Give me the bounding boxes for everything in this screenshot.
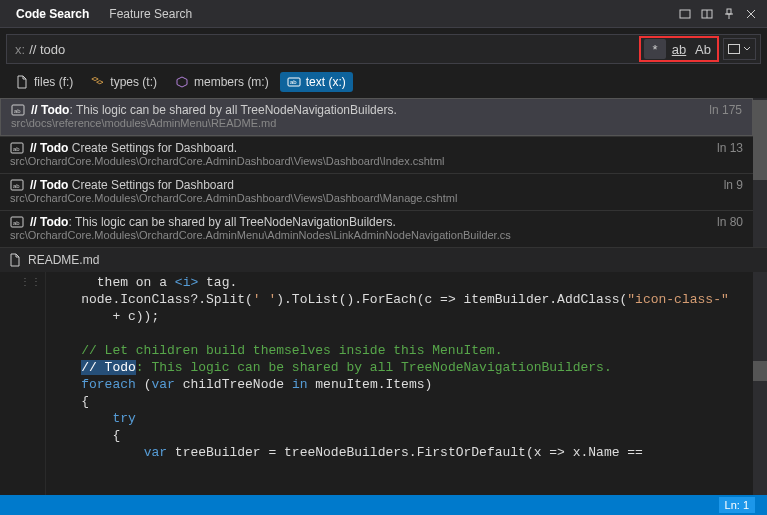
filter-text[interactable]: ab text (x:) — [280, 72, 353, 92]
result-line: ln 175 — [709, 103, 742, 117]
result-item[interactable]: ab// Todo: This logic can be shared by a… — [0, 210, 753, 247]
result-item[interactable]: ab// Todo Create Settings for Dashboards… — [0, 173, 753, 210]
code-gutter: ⋮⋮ — [0, 272, 46, 495]
result-path: src\OrchardCore.Modules\OrchardCore.Admi… — [10, 192, 724, 204]
search-prefix: x: — [15, 42, 25, 57]
members-icon — [175, 75, 189, 89]
filter-types-label: types (t:) — [110, 75, 157, 89]
result-path: src\OrchardCore.Modules\OrchardCore.Admi… — [10, 155, 717, 167]
view-dropdown[interactable] — [723, 38, 756, 60]
text-icon: ab — [10, 216, 24, 228]
text-icon: ab — [10, 179, 24, 191]
result-line: ln 9 — [724, 178, 743, 192]
svg-text:ab: ab — [290, 79, 297, 85]
result-title-rest: : This logic can be shared by all TreeNo… — [68, 215, 395, 229]
preview-header: README.md — [0, 247, 767, 272]
result-path: src\OrchardCore.Modules\OrchardCore.Admi… — [10, 229, 717, 241]
result-title-rest: Create Settings for Dashboard — [68, 178, 233, 192]
pin-icon[interactable] — [719, 4, 739, 24]
result-title-bold: // Todo — [30, 215, 68, 229]
close-icon[interactable] — [741, 4, 761, 24]
result-title-rest: : This logic can be shared by all TreeNo… — [69, 103, 396, 117]
text-icon: ab — [11, 104, 25, 116]
cursor-position[interactable]: Ln: 1 — [719, 497, 755, 513]
preview-filename: README.md — [28, 253, 99, 267]
whole-word-toggle[interactable]: ab — [668, 39, 690, 59]
tab-code-search[interactable]: Code Search — [6, 1, 99, 27]
results-scrollbar[interactable] — [753, 98, 767, 247]
filter-files[interactable]: files (f:) — [8, 72, 80, 92]
window-layout-icon[interactable] — [675, 4, 695, 24]
scrollbar-thumb[interactable] — [753, 100, 767, 180]
file-icon — [8, 253, 22, 267]
result-title-bold: // Todo — [31, 103, 69, 117]
filter-text-label: text (x:) — [306, 75, 346, 89]
title-bar: Code Search Feature Search — [0, 0, 767, 28]
search-options-highlight: * ab Ab — [639, 36, 719, 62]
results-list: ab// Todo: This logic can be shared by a… — [0, 98, 753, 247]
svg-rect-0 — [680, 10, 690, 18]
types-icon — [91, 75, 105, 89]
result-title-rest: Create Settings for Dashboard. — [68, 141, 237, 155]
filter-files-label: files (f:) — [34, 75, 73, 89]
file-icon — [15, 75, 29, 89]
search-bar: x: // todo * ab Ab — [6, 34, 761, 64]
code-content[interactable]: them on a <i> tag. node.IconClass?.Split… — [46, 272, 753, 495]
code-scrollbar-thumb[interactable] — [753, 361, 767, 381]
result-title-bold: // Todo — [30, 141, 68, 155]
text-icon: ab — [10, 142, 24, 154]
filter-tabs: files (f:) types (t:) members (m:) ab te… — [0, 68, 767, 98]
filter-members[interactable]: members (m:) — [168, 72, 276, 92]
result-line: ln 80 — [717, 215, 743, 229]
svg-text:ab: ab — [13, 220, 20, 226]
code-preview: ⋮⋮ them on a <i> tag. node.IconClass?.Sp… — [0, 272, 767, 495]
match-case-toggle[interactable]: Ab — [692, 39, 714, 59]
svg-rect-5 — [727, 9, 731, 14]
result-line: ln 13 — [717, 141, 743, 155]
search-input[interactable]: x: // todo — [7, 38, 639, 61]
chevron-down-icon — [743, 45, 751, 53]
filter-members-label: members (m:) — [194, 75, 269, 89]
regex-toggle[interactable]: * — [644, 39, 666, 59]
result-item[interactable]: ab// Todo: This logic can be shared by a… — [0, 98, 753, 136]
status-bar: Ln: 1 — [0, 495, 767, 515]
svg-text:ab: ab — [13, 183, 20, 189]
search-query-text: // todo — [29, 42, 65, 57]
text-icon: ab — [287, 75, 301, 89]
tab-feature-search[interactable]: Feature Search — [99, 1, 202, 27]
window-split-icon[interactable] — [697, 4, 717, 24]
svg-text:ab: ab — [14, 108, 21, 114]
result-path: src\docs\reference\modules\AdminMenu\REA… — [11, 117, 709, 129]
code-scrollbar[interactable] — [753, 272, 767, 495]
svg-text:ab: ab — [13, 146, 20, 152]
result-title-bold: // Todo — [30, 178, 68, 192]
result-item[interactable]: ab// Todo Create Settings for Dashboard.… — [0, 136, 753, 173]
view-box-icon — [728, 44, 740, 54]
filter-types[interactable]: types (t:) — [84, 72, 164, 92]
